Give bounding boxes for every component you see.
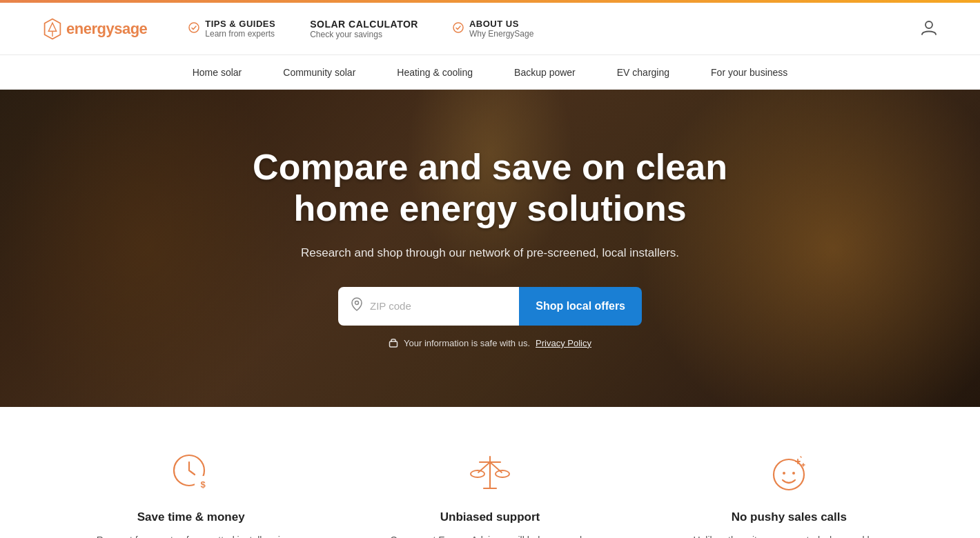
about-us-icon — [453, 22, 464, 35]
sidebar-item-for-business[interactable]: For your business — [711, 57, 787, 88]
location-pin-icon — [351, 297, 363, 315]
sidebar-item-community-solar[interactable]: Community solar — [283, 57, 355, 88]
logo[interactable]: energysage — [41, 18, 147, 40]
privacy-text: Your information is safe with us. — [404, 338, 530, 348]
svg-point-4 — [355, 301, 359, 305]
tips-guides-label: TIPS & GUIDES — [205, 19, 275, 29]
hero-form: Shop local offers — [338, 287, 642, 326]
svg-point-16 — [774, 459, 804, 490]
svg-rect-5 — [390, 341, 398, 347]
happy-face-icon — [765, 448, 813, 497]
feature-save-time: $ Save time & money Request free quotes … — [55, 448, 326, 538]
features-section: $ Save time & money Request free quotes … — [0, 407, 980, 538]
svg-point-3 — [925, 21, 932, 28]
solar-calculator-label: SOLAR CALCULATOR — [310, 19, 418, 30]
user-icon — [919, 18, 939, 37]
privacy-policy-link[interactable]: Privacy Policy — [536, 338, 591, 348]
zip-input-wrapper — [338, 287, 519, 326]
tips-guides-icon — [188, 22, 199, 35]
tips-guides-content: TIPS & GUIDES Learn from experts — [205, 19, 275, 39]
feature-unbiased-title: Unbiased support — [368, 510, 611, 524]
clock-dollar-icon: $ — [167, 448, 215, 497]
about-us-sublabel: Why EnergySage — [469, 29, 533, 39]
sidebar-item-ev-charging[interactable]: EV charging — [617, 57, 669, 88]
sidebar-item-home-solar[interactable]: Home solar — [193, 57, 242, 88]
user-account-button[interactable] — [919, 18, 939, 40]
privacy-note: Your information is safe with us. Privac… — [253, 337, 727, 350]
svg-point-17 — [783, 472, 785, 475]
nav-bar: Home solar Community solar Heating & coo… — [0, 55, 980, 90]
sidebar-item-heating-cooling[interactable]: Heating & cooling — [397, 57, 473, 88]
solar-calculator-sublabel: Check your savings — [310, 30, 418, 39]
feature-unbiased-support: Unbiased support Our expert Energy Advis… — [354, 448, 625, 538]
about-us-label: ABOUT US — [469, 19, 533, 29]
feature-unbiased-desc: Our expert Energy Advisors will help you… — [368, 532, 611, 538]
header: energysage TIPS & GUIDES Learn from expe… — [0, 3, 980, 55]
hero-content: Compare and save on clean home energy so… — [253, 147, 727, 350]
hero-section: Compare and save on clean home energy so… — [0, 90, 980, 407]
lock-icon — [389, 337, 398, 350]
svg-point-14 — [496, 470, 509, 477]
svg-point-13 — [471, 470, 484, 477]
sidebar-item-backup-power[interactable]: Backup power — [514, 57, 576, 88]
energysage-logo-icon — [41, 18, 63, 40]
tips-guides-nav[interactable]: TIPS & GUIDES Learn from experts — [188, 19, 275, 39]
solar-calculator-content: SOLAR CALCULATOR Check your savings — [310, 19, 418, 39]
svg-point-1 — [189, 23, 199, 32]
about-us-content: ABOUT US Why EnergySage — [469, 19, 533, 39]
svg-text:$: $ — [200, 479, 206, 490]
hero-subtitle: Research and shop through our network of… — [253, 243, 727, 262]
feature-save-time-desc: Request free quotes from vetted installe… — [69, 532, 313, 538]
feature-save-time-title: Save time & money — [69, 510, 313, 524]
about-us-nav[interactable]: ABOUT US Why EnergySage — [453, 19, 533, 39]
feature-no-pushy-title: No pushy sales calls — [667, 510, 911, 524]
zip-input[interactable] — [370, 300, 507, 312]
scale-balance-icon — [466, 448, 514, 497]
hero-title: Compare and save on clean home energy so… — [253, 147, 727, 230]
svg-point-2 — [453, 23, 463, 32]
feature-no-pushy-desc: Unlike other sites, you control when and… — [667, 532, 911, 538]
tips-guides-sublabel: Learn from experts — [205, 29, 275, 39]
solar-calculator-nav[interactable]: SOLAR CALCULATOR Check your savings — [310, 19, 418, 39]
shop-local-offers-button[interactable]: Shop local offers — [519, 287, 642, 326]
header-nav: TIPS & GUIDES Learn from experts SOLAR C… — [188, 19, 919, 39]
svg-line-23 — [801, 457, 801, 457]
feature-no-pushy-calls: No pushy sales calls Unlike other sites,… — [654, 448, 925, 538]
logo-text: energysage — [66, 20, 147, 38]
svg-point-18 — [792, 472, 795, 475]
